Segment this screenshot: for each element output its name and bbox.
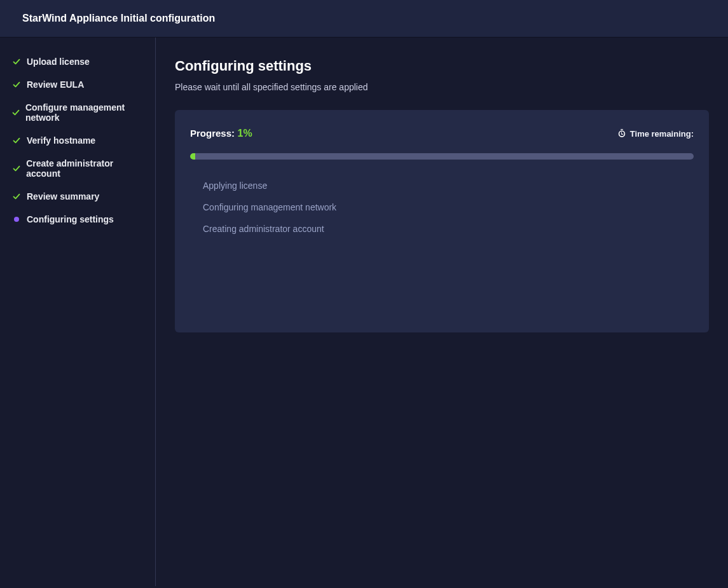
time-remaining-label: Time remaining:	[630, 129, 694, 139]
sidebar-item-label: Configuring settings	[27, 214, 114, 224]
check-icon	[11, 137, 22, 144]
layout: Upload license Review EULA Configure man…	[0, 38, 728, 586]
check-icon	[11, 193, 22, 200]
sidebar-item-verify-hostname: Verify hostname	[0, 129, 155, 152]
sidebar-item-label: Review EULA	[27, 79, 84, 90]
sidebar-item-configure-network: Configure management network	[0, 96, 155, 129]
time-remaining: Time remaining:	[617, 129, 694, 139]
step-configure-network: Configuring management network	[203, 196, 694, 218]
check-icon	[11, 81, 22, 88]
sidebar-item-review-eula: Review EULA	[0, 73, 155, 96]
sidebar-item-label: Create administrator account	[26, 158, 144, 179]
progress-panel: Progress: 1% Time remaining: Applying li…	[175, 110, 709, 332]
progress-bar-fill	[190, 153, 195, 160]
header: StarWind Appliance Initial configuration	[0, 0, 728, 38]
progress-label: Progress:	[190, 128, 235, 139]
step-create-admin: Creating administrator account	[203, 218, 694, 240]
sidebar-item-create-admin: Create administrator account	[0, 152, 155, 185]
sidebar-item-review-summary: Review summary	[0, 185, 155, 208]
main: Configuring settings Please wait until a…	[156, 38, 728, 586]
page-subtitle: Please wait until all specified settings…	[175, 82, 709, 92]
progress-value: 1%	[237, 128, 252, 139]
sidebar: Upload license Review EULA Configure man…	[0, 38, 156, 586]
sidebar-item-label: Upload license	[27, 57, 90, 67]
progress-bar	[190, 153, 694, 160]
check-icon	[11, 58, 22, 65]
sidebar-item-upload-license: Upload license	[0, 50, 155, 73]
sidebar-item-configuring-settings: Configuring settings	[0, 208, 155, 231]
sidebar-item-label: Configure management network	[25, 102, 144, 123]
check-icon	[11, 109, 20, 116]
progress-header: Progress: 1% Time remaining:	[190, 128, 694, 139]
sidebar-item-label: Review summary	[27, 191, 99, 202]
active-dot-icon	[11, 217, 22, 222]
stopwatch-icon	[617, 129, 626, 138]
sidebar-item-label: Verify hostname	[27, 135, 95, 146]
step-list: Applying license Configuring management …	[190, 175, 694, 240]
progress-label-group: Progress: 1%	[190, 128, 252, 139]
page-title: Configuring settings	[175, 58, 709, 74]
step-applying-license: Applying license	[203, 175, 694, 196]
header-title: StarWind Appliance Initial configuration	[22, 13, 706, 24]
check-icon	[11, 165, 21, 172]
